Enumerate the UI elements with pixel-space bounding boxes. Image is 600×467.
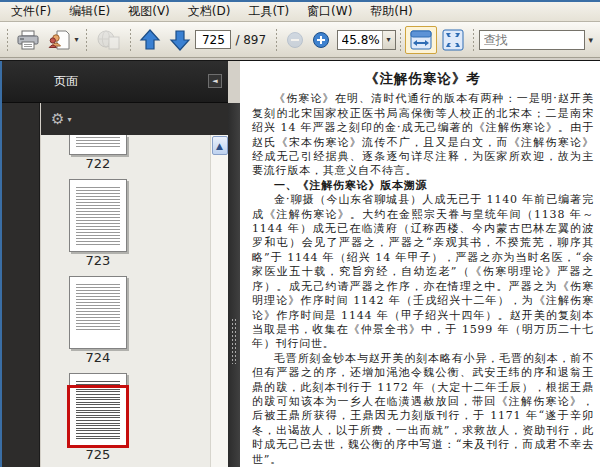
find-dropdown-caret chevron-down-icon[interactable]: ▾ <box>585 35 598 45</box>
page-number-input[interactable] <box>195 30 231 49</box>
thumbnail-label: 723 <box>69 252 127 271</box>
globe-page-icon <box>96 29 122 51</box>
options-gear-icon[interactable]: ⚙ <box>51 112 64 127</box>
toolbar-grip[interactable] <box>472 28 475 52</box>
current-view-red-outline[interactable] <box>67 385 129 448</box>
thumbnail-725-current[interactable]: 725 <box>41 373 210 465</box>
zoom-level-combo[interactable]: ▾ <box>337 30 396 50</box>
menu-tools[interactable]: 工具(T) <box>239 1 298 22</box>
previous-page-button[interactable] <box>135 26 165 54</box>
pages-panel-header: 页面 ◄ <box>2 61 228 103</box>
fit-page-icon <box>441 29 465 51</box>
pages-panel-toolbar: ⚙ ▾ <box>41 103 228 135</box>
menu-edit[interactable]: 编辑(E) <box>60 1 119 22</box>
toolbar-grip[interactable] <box>6 28 9 52</box>
zoom-out-button <box>282 26 308 54</box>
email-page-icon <box>48 29 72 51</box>
zoom-level-input[interactable] <box>338 31 382 48</box>
toolbar: ▾ / 897 <box>0 22 600 58</box>
main-area: 页面 ◄ ⚙ ▾ 722 723 724 <box>0 60 600 467</box>
thumbnail-page-image[interactable] <box>69 373 127 446</box>
paragraph: 金·聊摄（今山东省聊城县）人成无已于 1140 年前已编著完成《注解伤寒论》。大… <box>252 193 594 351</box>
print-button[interactable] <box>12 26 44 54</box>
thumbnail-page-image[interactable] <box>69 179 127 252</box>
find-input[interactable] <box>479 30 585 50</box>
email-attach-button[interactable]: ▾ <box>44 26 82 54</box>
document-title: 《注解伤寒论》考 <box>252 71 594 85</box>
arrow-down-icon <box>169 28 191 52</box>
chevron-down-icon[interactable]: ▾ <box>382 31 395 49</box>
menu-view[interactable]: 视图(V) <box>119 1 179 22</box>
toolbar-grip[interactable] <box>399 28 402 52</box>
document-page[interactable]: 《注解伤寒论》考 《伤寒论》在明、清时代通行的版本有两种：一是明·赵开美复刻的北… <box>240 61 600 467</box>
toolbar-grip[interactable] <box>275 28 278 52</box>
menu-file[interactable]: 文件(F) <box>2 1 60 22</box>
page-thumbnail-list: 722 723 724 725 <box>41 135 210 467</box>
toolbar-grip[interactable] <box>129 28 132 52</box>
thumbnail-722[interactable]: 722 <box>41 135 210 174</box>
splitter-grip-handle[interactable] <box>231 318 237 364</box>
panel-splitter[interactable] <box>228 103 240 467</box>
zoom-in-button[interactable] <box>308 26 334 54</box>
web-capture-button <box>92 26 126 54</box>
chevron-down-icon: ▾ <box>74 35 78 44</box>
printer-icon <box>16 29 40 51</box>
navigation-tab-strip <box>2 103 40 467</box>
collapse-panel-button collapse-left-icon[interactable]: ◄ <box>208 74 222 88</box>
section-heading: 一、《注解伤寒论》版本溯源 <box>252 179 594 193</box>
menu-document[interactable]: 文档(D) <box>179 1 240 22</box>
thumbnail-label: 725 <box>69 446 127 465</box>
thumbnail-page-image[interactable] <box>69 276 127 349</box>
plus-circle-icon <box>312 31 330 49</box>
thumbnail-label: 722 <box>69 155 127 174</box>
fit-width-icon <box>409 29 433 51</box>
thumbnail-723[interactable]: 723 <box>41 179 210 271</box>
toolbar-grip[interactable] <box>85 28 88 52</box>
menu-help[interactable]: 帮助(H) <box>361 1 421 22</box>
thumbnail-label: 724 <box>69 349 127 368</box>
paragraph: 毛晋所刻金钞本与赵开美的刻本略有小异，毛晋的刻本，前不但有严器之的序，还增加渑池… <box>252 352 594 467</box>
fit-width-button[interactable] <box>405 26 437 54</box>
page-total-label: / 897 <box>235 33 266 47</box>
next-page-button[interactable] <box>165 26 195 54</box>
pdf-reader-window: 文件(F) 编辑(E) 视图(V) 文档(D) 工具(T) 窗口(W) 帮助(H… <box>0 0 600 467</box>
minus-circle-icon <box>286 31 304 49</box>
thumbnail-page-image[interactable] <box>69 135 127 155</box>
menu-bar: 文件(F) 编辑(E) 视图(V) 文档(D) 工具(T) 窗口(W) 帮助(H… <box>0 2 600 22</box>
thumbnail-scrollbar[interactable]: ▲ <box>210 135 228 467</box>
paragraph: 《伤寒论》在明、清时代通行的版本有两种：一是明·赵开美复刻的北宋国家校正医书局高… <box>252 92 594 178</box>
chevron-down-icon[interactable]: ▾ <box>67 115 71 124</box>
arrow-up-icon <box>139 28 161 52</box>
scroll-up-button scroll-up-icon[interactable]: ▲ <box>212 136 228 155</box>
menu-window[interactable]: 窗口(W) <box>298 1 361 22</box>
fit-page-button[interactable] <box>437 26 469 54</box>
pages-panel-title: 页面 <box>54 73 78 90</box>
thumbnail-724[interactable]: 724 <box>41 276 210 368</box>
